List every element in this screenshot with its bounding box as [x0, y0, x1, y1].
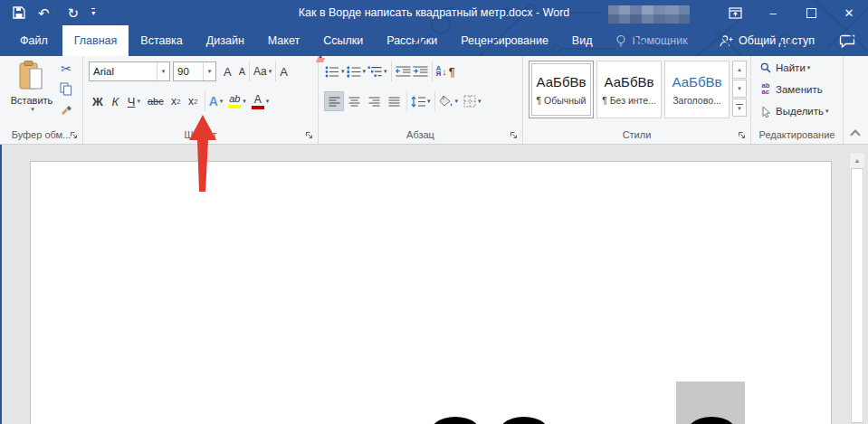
tab-mailings[interactable]: Рассылки [375, 25, 449, 56]
bullets-button[interactable]: ▾ [324, 65, 346, 79]
borders-button[interactable]: ▾ [463, 94, 482, 108]
show-formatting-marks-button[interactable]: ¶ [448, 64, 456, 80]
highlight-color-button[interactable]: ab ▾ [227, 93, 247, 109]
undo-button[interactable]: ↶ ▾ [38, 6, 55, 20]
align-right-button[interactable] [364, 91, 384, 111]
font-size-combobox[interactable]: 90 ▾ [173, 61, 216, 81]
style-heading1-name: Заголово... [672, 95, 721, 106]
close-button[interactable]: ✕ [830, 0, 868, 25]
align-left-button[interactable] [324, 91, 344, 111]
line-spacing-button[interactable]: ▾ [410, 95, 432, 108]
font-name-value: Arial [90, 66, 157, 77]
tab-review[interactable]: Рецензирование [449, 25, 560, 56]
styles-gallery-more-button[interactable]: ▼ [732, 99, 747, 117]
shading-button[interactable]: ▾ [438, 94, 460, 108]
styles-scroll-up-button[interactable]: ▲ [732, 61, 747, 79]
tab-insert[interactable]: Вставка [129, 25, 194, 56]
font-color-button[interactable]: А ▾ [251, 93, 271, 110]
tab-design[interactable]: Дизайн [195, 25, 256, 56]
clear-formatting-letter: А [280, 65, 288, 79]
text-effects-button[interactable]: А ▾ [208, 93, 224, 109]
italic-button[interactable]: К [107, 91, 124, 111]
pilcrow-icon: ¶ [449, 65, 455, 79]
chat-icon [839, 34, 855, 48]
text-effects-dropdown-icon: ▾ [220, 98, 224, 105]
copy-button[interactable] [56, 80, 76, 98]
tab-assistant[interactable]: Помощник [604, 25, 699, 56]
undo-icon: ↶ [38, 6, 50, 20]
decrease-indent-button[interactable] [395, 65, 412, 78]
format-painter-button[interactable] [56, 99, 76, 118]
customize-quick-access-button[interactable]: ▾ [91, 8, 95, 17]
replace-icon-bottom: ac [762, 90, 770, 96]
clear-formatting-button[interactable]: А [279, 64, 289, 80]
collapse-ribbon-button[interactable] [852, 129, 859, 137]
chevron-down-icon: ▾ [52, 9, 55, 16]
style-normal-name: ¶ Обычный [537, 95, 587, 106]
replace-button[interactable]: abac Заменить [758, 80, 843, 99]
save-button[interactable] [13, 6, 25, 19]
font-name-dropdown-icon: ▾ [157, 62, 169, 80]
style-no-spacing[interactable]: АаБбВв ¶ Без инте... [596, 61, 662, 118]
numbering-dropdown-icon: ▾ [363, 68, 367, 75]
numbering-button[interactable]: ▾ [346, 65, 367, 79]
strikethrough-button[interactable]: abc [144, 91, 167, 111]
styles-dialog-launcher[interactable] [738, 131, 747, 140]
bold-button[interactable]: Ж [89, 91, 107, 111]
sort-button[interactable]: АЯ ↓ [435, 65, 448, 79]
scissors-icon: ✂ [61, 61, 72, 76]
font-group: Arial ▾ 90 ▾ А ▲ А ▼ [83, 56, 319, 144]
styles-gallery-scroll: ▲ ▼ ▼ [732, 61, 747, 118]
editing-group: Найти ▾ abac Заменить Выделить [751, 56, 844, 144]
share-button[interactable]: Общий доступ [707, 25, 826, 56]
text-effects-letter: А [209, 94, 218, 108]
font-dialog-launcher[interactable] [305, 131, 314, 140]
redo-button[interactable]: ↻ [68, 6, 80, 20]
styles-scroll-down-button[interactable]: ▼ [732, 80, 747, 98]
tab-file[interactable]: Файл [5, 25, 62, 56]
tab-home[interactable]: Главная [62, 25, 129, 56]
redo-icon: ↻ [68, 6, 80, 20]
font-name-combobox[interactable]: Arial ▾ [89, 61, 170, 81]
select-button[interactable]: Выделить ▾ [758, 101, 843, 121]
align-center-button[interactable] [344, 91, 364, 111]
scrollbar-up-button[interactable]: ▲ [850, 153, 864, 168]
font-size-value: 90 [174, 66, 203, 77]
underline-button[interactable]: Ч ▾ [124, 91, 144, 111]
change-case-button[interactable]: Aa ▾ [253, 64, 272, 79]
tab-view[interactable]: Вид [560, 25, 605, 56]
find-button[interactable]: Найти ▾ [758, 58, 843, 78]
shrink-font-button[interactable]: А ▼ [238, 65, 246, 78]
style-heading1[interactable]: АаБбВв Заголово... [664, 61, 730, 118]
paste-button[interactable]: Вставить ▾ [7, 60, 56, 123]
document-text-line[interactable]: 33 м2 [150, 238, 745, 424]
tab-layout[interactable]: Макет [256, 25, 311, 56]
scrollbar-thumb[interactable] [851, 168, 863, 423]
grow-font-button[interactable]: А ▲ [223, 64, 233, 80]
select-dropdown-icon: ▾ [825, 108, 829, 115]
increase-indent-button[interactable] [412, 65, 429, 78]
vertical-scrollbar[interactable]: ▲ [849, 152, 865, 424]
tab-references[interactable]: Ссылки [311, 25, 375, 56]
style-normal[interactable]: АаБбВв ¶ Обычный [529, 61, 594, 118]
cut-button[interactable]: ✂ [56, 60, 76, 78]
subscript-button[interactable]: х 2 [167, 91, 185, 111]
share-button-label: Общий доступ [739, 34, 815, 47]
superscript-mark: 2 [194, 98, 197, 106]
more-arrow-icon: ▼ [737, 106, 742, 111]
multilevel-list-button[interactable]: ▾ [367, 65, 388, 79]
minimize-button[interactable]: – [754, 0, 792, 25]
line-spacing-dropdown-icon: ▾ [427, 98, 431, 105]
superscript-button[interactable]: х 2 [185, 91, 202, 111]
ribbon-display-options-button[interactable] [716, 0, 754, 25]
chat-button[interactable] [826, 25, 868, 56]
lightbulb-icon [615, 34, 626, 48]
document-page[interactable]: 33 м2 [30, 161, 832, 424]
justify-button[interactable] [384, 91, 404, 111]
paragraph-dialog-launcher[interactable] [510, 131, 519, 140]
clipboard-dialog-launcher[interactable] [70, 131, 79, 140]
maximize-button[interactable] [792, 0, 830, 25]
document-text-run: 33 м [421, 382, 677, 424]
font-color-dropdown-icon: ▾ [266, 98, 270, 105]
paragraph-group-label: Абзац [406, 129, 434, 140]
